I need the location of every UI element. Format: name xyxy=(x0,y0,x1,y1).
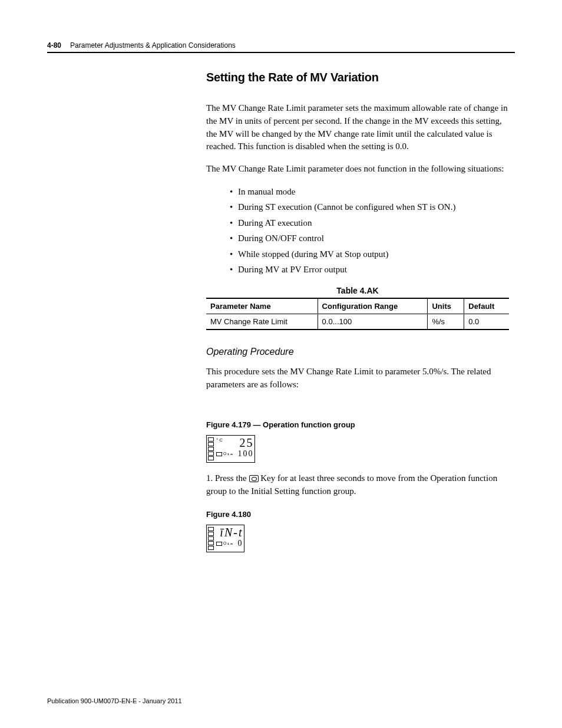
bullet-list: In manual mode During ST execution (Cann… xyxy=(230,185,509,276)
indicator-column-left xyxy=(208,437,214,461)
indicator-icon xyxy=(208,456,214,460)
table-row: MV Change Rate Limit 0.0...100 %/s 0.0 xyxy=(206,314,509,330)
indicator-icon xyxy=(208,452,214,456)
main-content: Setting the Rate of MV Variation The MV … xyxy=(206,71,515,552)
sv-value: 0 xyxy=(237,539,243,549)
table-cell: MV Change Rate Limit xyxy=(206,314,318,330)
bullet-item: During MV at PV Error output xyxy=(230,263,509,276)
sv-value: 100 xyxy=(237,449,253,459)
indicator-icon xyxy=(208,437,214,442)
indicator-icon xyxy=(208,541,214,545)
table-header: Default xyxy=(464,298,509,314)
bullet-item: During ST execution (Cannot be configure… xyxy=(230,200,509,214)
step-1: 1. Press the Key for at least three seco… xyxy=(206,472,509,498)
controller-display-1: °C 25 O₁ₘ 100 xyxy=(206,435,255,463)
level-key-icon xyxy=(249,475,259,482)
controller-display-2: īN-t O₁ₘ 0 xyxy=(206,525,244,552)
indicator-column-left xyxy=(208,526,214,551)
indicator-column-mid: īN-t O₁ₘ 0 xyxy=(216,526,243,551)
indicator-icon xyxy=(208,536,214,541)
table-header: Units xyxy=(428,298,464,314)
paragraph-1: The MV Change Rate Limit parameter sets … xyxy=(206,102,509,153)
publication-footer: Publication 900-UM007D-EN-E - January 20… xyxy=(47,697,182,704)
bullet-item: During AT execution xyxy=(230,216,509,230)
chapter-title: Parameter Adjustments & Application Cons… xyxy=(70,41,236,50)
table-header: Parameter Name xyxy=(206,298,318,314)
page-number: 4-80 xyxy=(47,41,61,50)
table-cell: %/s xyxy=(428,314,464,330)
degree-label: °C xyxy=(216,438,224,443)
indicator-icon xyxy=(208,447,214,451)
indicator-column-mid: °C 25 O₁ₘ 100 xyxy=(216,437,253,461)
pv-value: īN-t xyxy=(216,526,243,538)
indicator-icon xyxy=(208,442,214,446)
indicator-icon xyxy=(208,546,214,550)
table-cell: 0.0 xyxy=(464,314,509,330)
indicator-icon xyxy=(216,452,222,456)
indicator-icon xyxy=(208,527,214,531)
pv-value: 25 xyxy=(239,437,253,449)
paragraph-2: The MV Change Rate Limit parameter does … xyxy=(206,163,509,176)
figure-caption-2: Figure 4.180 xyxy=(206,510,509,519)
operating-procedure-heading: Operating Procedure xyxy=(206,347,509,357)
paragraph-3: This procedure sets the MV Change Rate L… xyxy=(206,365,509,391)
parameter-table: Parameter Name Configuration Range Units… xyxy=(206,298,509,330)
header-rule xyxy=(47,52,515,53)
table-cell: 0.0...100 xyxy=(318,314,428,330)
table-header: Configuration Range xyxy=(318,298,428,314)
section-title: Setting the Rate of MV Variation xyxy=(206,71,509,84)
indicator-icon xyxy=(216,542,222,546)
figure-caption-1: Figure 4.179 — Operation function group xyxy=(206,420,509,429)
bullet-item: During ON/OFF control xyxy=(230,232,509,245)
bullet-item: In manual mode xyxy=(230,185,509,199)
table-header-row: Parameter Name Configuration Range Units… xyxy=(206,298,509,314)
output-label: O₁ₘ xyxy=(223,541,234,546)
table-caption: Table 4.AK xyxy=(206,286,509,295)
output-label: O₁ₘ xyxy=(223,452,234,456)
bullet-item: While stopped (during MV at Stop output) xyxy=(230,248,509,261)
indicator-icon xyxy=(208,532,214,536)
page-header: 4-80 Parameter Adjustments & Application… xyxy=(47,41,515,50)
